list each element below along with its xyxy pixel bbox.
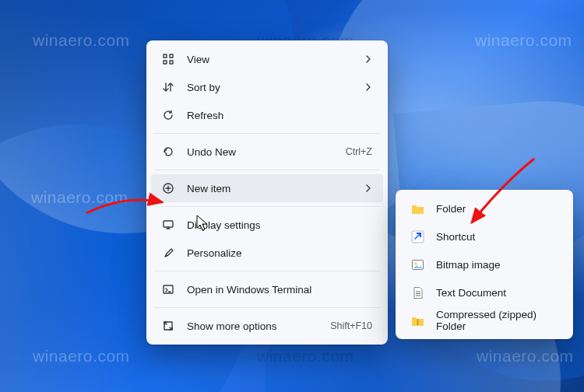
menu-separator	[154, 271, 380, 271]
menu-item-label: Display settings	[187, 219, 372, 231]
svg-rect-3	[170, 61, 173, 64]
svg-rect-0	[164, 54, 167, 58]
chevron-right-icon	[364, 184, 372, 192]
desktop-context-menu: View Sort by Refresh Undo New Ctrl+Z New…	[146, 40, 388, 345]
menu-item-label: Sort by	[187, 82, 364, 93]
sort-icon	[160, 79, 176, 95]
menu-item-open-terminal[interactable]: Open in Windows Terminal	[151, 275, 383, 303]
menu-item-undo[interactable]: Undo New Ctrl+Z	[151, 138, 383, 166]
shortcut-icon	[410, 229, 425, 244]
display-icon	[160, 217, 176, 233]
submenu-item-folder[interactable]: Folder	[400, 194, 568, 222]
menu-item-refresh[interactable]: Refresh	[151, 101, 383, 129]
menu-item-new-item[interactable]: New item	[151, 174, 383, 202]
menu-item-display-settings[interactable]: Display settings	[151, 211, 383, 239]
svg-rect-5	[164, 221, 173, 227]
menu-item-label: New item	[187, 183, 364, 194]
paintbrush-icon	[160, 245, 176, 261]
svg-rect-6	[164, 285, 173, 293]
submenu-item-label: Compressed (zipped) Folder	[436, 309, 558, 332]
chevron-right-icon	[364, 83, 372, 91]
menu-item-sort-by[interactable]: Sort by	[151, 73, 383, 101]
menu-item-personalize[interactable]: Personalize	[151, 239, 383, 267]
submenu-item-text-document[interactable]: Text Document	[400, 278, 568, 306]
svg-rect-1	[170, 54, 173, 58]
new-item-submenu: Folder Shortcut Bitmap image Text Docume…	[396, 190, 573, 339]
menu-item-shortcut: Ctrl+Z	[346, 146, 372, 157]
zip-folder-icon	[410, 313, 425, 328]
folder-icon	[410, 201, 425, 216]
submenu-item-label: Shortcut	[436, 231, 558, 243]
menu-separator	[154, 206, 380, 207]
menu-item-label: Undo New	[187, 146, 346, 158]
refresh-icon	[160, 107, 176, 123]
submenu-item-compressed-folder[interactable]: Compressed (zipped) Folder	[400, 306, 568, 334]
expand-icon	[160, 318, 176, 334]
menu-item-label: Refresh	[187, 110, 372, 121]
plus-circle-icon	[160, 180, 176, 196]
menu-item-view[interactable]: View	[151, 45, 383, 73]
menu-separator	[154, 133, 380, 134]
menu-item-label: Show more options	[187, 320, 330, 332]
submenu-item-label: Text Document	[436, 287, 558, 299]
text-document-icon	[410, 285, 425, 300]
bitmap-image-icon	[410, 257, 425, 272]
menu-separator	[154, 170, 380, 170]
menu-item-label: Personalize	[187, 247, 372, 259]
view-grid-icon	[160, 51, 176, 67]
submenu-item-label: Folder	[436, 203, 558, 215]
submenu-item-label: Bitmap image	[436, 259, 558, 271]
svg-rect-11	[417, 319, 418, 325]
terminal-icon	[160, 282, 176, 297]
svg-point-10	[414, 262, 417, 264]
undo-icon	[160, 144, 176, 159]
menu-item-show-more-options[interactable]: Show more options Shift+F10	[151, 312, 383, 340]
svg-rect-2	[164, 61, 167, 64]
menu-item-shortcut: Shift+F10	[330, 320, 372, 331]
chevron-right-icon	[364, 55, 372, 63]
menu-item-label: View	[187, 54, 364, 65]
menu-separator	[154, 307, 380, 308]
submenu-item-bitmap[interactable]: Bitmap image	[400, 250, 568, 278]
submenu-item-shortcut[interactable]: Shortcut	[400, 222, 568, 250]
menu-item-label: Open in Windows Terminal	[187, 284, 372, 296]
